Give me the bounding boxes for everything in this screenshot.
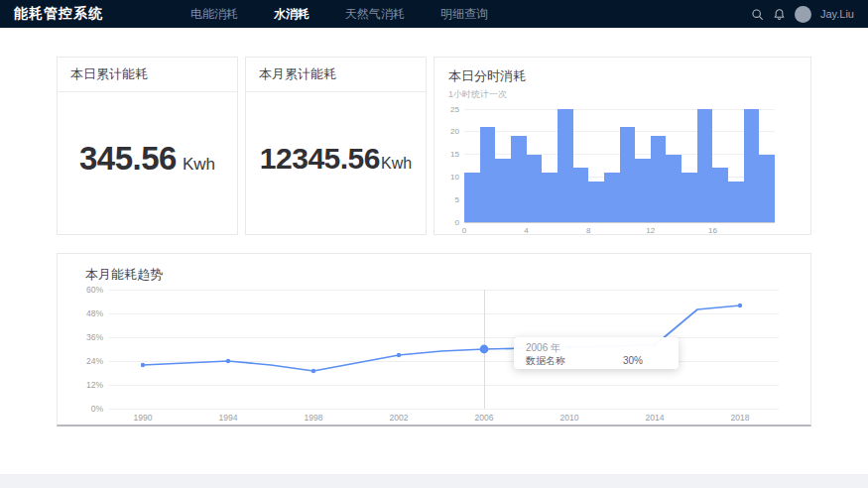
svg-text:0: 0	[455, 218, 460, 227]
svg-text:0: 0	[462, 226, 467, 235]
main-nav: 电能消耗水消耗天然气消耗明细查询	[190, 6, 524, 23]
svg-text:20: 20	[450, 127, 459, 136]
month-energy-value: 12345.56	[260, 142, 380, 176]
svg-text:12: 12	[646, 226, 655, 235]
top-navbar: 能耗管控系统 电能消耗水消耗天然气消耗明细查询 Jay.Liu	[0, 0, 868, 28]
svg-text:1998: 1998	[305, 413, 323, 423]
svg-text:12%: 12%	[86, 380, 103, 390]
tooltip-category: 2006 年	[526, 342, 667, 353]
svg-text:1990: 1990	[134, 413, 153, 423]
hourly-chart-title: 本日分时消耗	[448, 67, 810, 85]
today-energy-card: 本日累计能耗 345.56 Kwh	[57, 57, 238, 235]
svg-text:10: 10	[450, 173, 459, 182]
svg-text:2006: 2006	[475, 413, 494, 423]
nav-item-3[interactable]: 天然气消耗	[345, 6, 405, 23]
hourly-consumption-card: 本日分时消耗 1小时统计一次 05101520250481216	[434, 57, 811, 235]
today-energy-value: 345.56	[79, 140, 177, 178]
tooltip-value: 30%	[623, 355, 643, 366]
month-energy-card-title: 本月累计能耗	[246, 58, 426, 92]
navbar-right: Jay.Liu	[751, 6, 854, 23]
svg-text:36%: 36%	[86, 332, 103, 342]
notification-bell-icon[interactable]	[773, 8, 786, 21]
nav-item-1[interactable]: 电能消耗	[190, 6, 238, 23]
svg-text:48%: 48%	[86, 308, 103, 318]
svg-text:0%: 0%	[91, 404, 104, 414]
month-energy-card: 本月累计能耗 12345.56 Kwh	[245, 57, 427, 235]
svg-text:2002: 2002	[390, 413, 409, 423]
user-name[interactable]: Jay.Liu	[820, 8, 854, 20]
chart-tooltip: 2006 年 数据名称 30%	[514, 337, 679, 369]
app-title: 能耗管控系统	[14, 5, 103, 23]
trend-chart-title: 本月能耗趋势	[85, 266, 810, 284]
hourly-chart-subtitle: 1小时统计一次	[448, 88, 810, 101]
hourly-bar-chart[interactable]: 05101520250481216	[440, 103, 810, 235]
trend-line-chart[interactable]: 0%12%24%36%48%60%19901994199820022006201…	[58, 286, 810, 430]
svg-text:4: 4	[524, 226, 529, 235]
month-energy-unit: Kwh	[381, 155, 412, 173]
hourly-bar-chart-svg: 05101520250481216	[440, 103, 807, 235]
dashboard-content: 本日累计能耗 345.56 Kwh 本月累计能耗 12345.56 Kwh 本日…	[0, 28, 868, 427]
user-avatar[interactable]	[795, 6, 811, 23]
svg-text:1994: 1994	[219, 413, 238, 423]
month-energy-value-wrap: 12345.56 Kwh	[260, 142, 412, 185]
svg-text:5: 5	[455, 195, 460, 204]
page-footer-strip	[0, 474, 868, 488]
svg-text:2010: 2010	[560, 413, 579, 423]
svg-text:25: 25	[450, 105, 459, 114]
trend-line-chart-svg: 0%12%24%36%48%60%19901994199820022006201…	[58, 286, 797, 427]
stat-cards-row: 本日累计能耗 345.56 Kwh 本月累计能耗 12345.56 Kwh 本日…	[57, 57, 811, 235]
svg-text:24%: 24%	[86, 356, 103, 366]
nav-item-2[interactable]: 水消耗	[274, 6, 310, 23]
svg-text:16: 16	[708, 226, 717, 235]
svg-text:2018: 2018	[731, 413, 750, 423]
nav-item-4[interactable]: 明细查询	[440, 6, 488, 23]
today-energy-value-wrap: 345.56 Kwh	[79, 140, 215, 187]
tooltip-series-name: 数据名称	[526, 355, 565, 366]
svg-text:2014: 2014	[646, 413, 665, 423]
search-icon[interactable]	[751, 8, 764, 21]
svg-text:60%: 60%	[86, 286, 103, 295]
monthly-trend-card: 本月能耗趋势 0%12%24%36%48%60%1990199419982002…	[57, 253, 811, 427]
svg-text:15: 15	[450, 150, 459, 159]
svg-text:8: 8	[586, 226, 591, 235]
today-energy-card-title: 本日累计能耗	[58, 58, 237, 92]
today-energy-unit: Kwh	[183, 155, 215, 175]
